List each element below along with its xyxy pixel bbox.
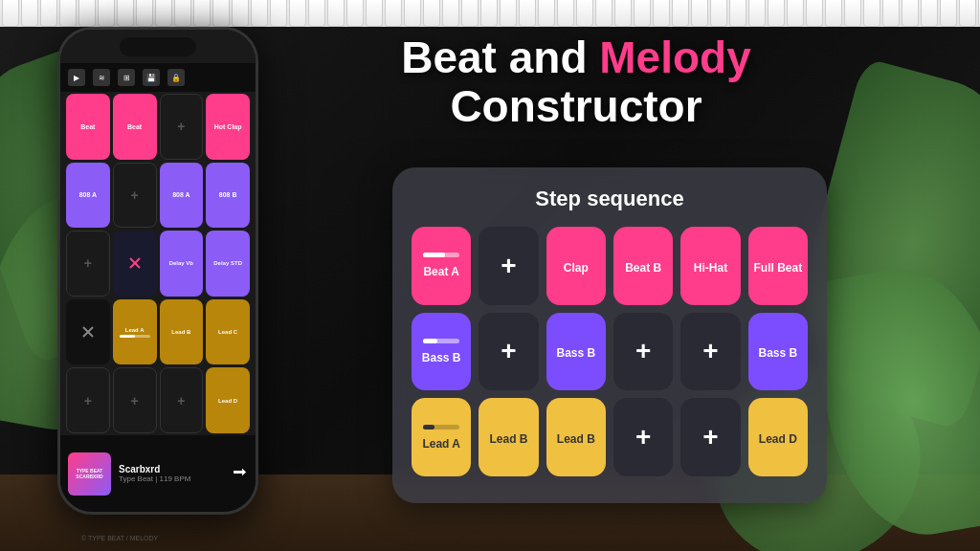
phone-pad-808b[interactable]: 808 B	[206, 163, 250, 229]
phone-track-sub: Type Beat | 119 BPM	[119, 474, 225, 483]
bass-b-slider[interactable]	[423, 339, 458, 343]
bass-b-3-label: Bass B	[758, 346, 797, 360]
lead-a-label: Lead A	[422, 437, 460, 451]
phone-pad-hotclap[interactable]: Hot Clap	[206, 94, 250, 160]
phone-notch	[120, 37, 196, 56]
title-melody: Melody	[599, 33, 750, 82]
step-pad-hi-hat[interactable]: Hi-Hat	[680, 227, 740, 305]
bass-b-2-label: Bass B	[556, 346, 595, 360]
step-pad-add-5[interactable]: +	[613, 398, 673, 476]
phone-track-name: Scarbxrd	[119, 464, 225, 474]
step-sequence-title: Step sequence	[412, 187, 808, 211]
title-line1: Beat and Melody	[364, 33, 789, 82]
phone-pad-plus3[interactable]: +	[66, 231, 110, 297]
step-pad-add-2[interactable]: +	[479, 313, 538, 391]
beat-a-slider[interactable]	[423, 253, 458, 257]
step-pad-bass-b-1[interactable]: Bass B	[412, 313, 471, 391]
phone-pad-plus1[interactable]: +	[160, 94, 204, 160]
lock-button[interactable]: 🔒	[167, 69, 185, 86]
step-pad-add-6[interactable]: +	[680, 398, 740, 476]
phone-pad-plus4[interactable]: +	[66, 367, 110, 433]
step-pad-lead-b-2[interactable]: Lead B	[546, 398, 606, 476]
phone-pad-grid: Beat Beat + Hot Clap 808 A + 808 A 808 B…	[64, 92, 252, 435]
phone-pad-leadc[interactable]: Lead C	[206, 299, 250, 365]
phone-bottom-bar: TYPE BEATSCARBXRD Scarbxrd Type Beat | 1…	[60, 435, 256, 512]
step-pad-add-1[interactable]: +	[479, 227, 538, 305]
phone-pad-808a2[interactable]: 808 A	[160, 163, 204, 229]
phone-pad-leadb1[interactable]: Lead B	[160, 299, 204, 365]
phone-pad-plus5[interactable]: +	[113, 367, 157, 433]
phone-pad-beat1[interactable]: Beat	[66, 94, 110, 160]
lead-b-1-label: Lead B	[489, 432, 527, 446]
phone-pad-delayvb[interactable]: Delay Vb	[160, 231, 204, 297]
step-pad-bass-b-2[interactable]: Bass B	[546, 313, 606, 391]
phone-track-info: Scarbxrd Type Beat | 119 BPM	[119, 464, 225, 483]
beat-a-label: Beat A	[423, 265, 459, 278]
phone-pad-x1[interactable]	[113, 231, 157, 297]
phone-pad-plus6[interactable]: +	[160, 367, 204, 433]
waves-button[interactable]: ≋	[93, 69, 110, 86]
step-pad-add-3[interactable]: +	[613, 313, 673, 391]
play-button[interactable]: ▶	[68, 69, 85, 86]
phone-pad-808a1[interactable]: 808 A	[66, 163, 110, 229]
step-pad-lead-b-1[interactable]: Lead B	[479, 398, 538, 476]
step-pad-lead-a[interactable]: Lead A	[412, 398, 471, 476]
step-pad-full-beat[interactable]: Full Beat	[748, 227, 808, 305]
phone-mockup: ▶ ≋ ⊞ 💾 🔒 Beat Beat + Hot Clap 808 A + 8…	[57, 27, 258, 515]
step-pad-beat-b[interactable]: Beat B	[613, 227, 673, 305]
title-line2: Constructor	[364, 82, 789, 131]
grid-button[interactable]: ⊞	[118, 69, 135, 86]
step-sequence-panel: Step sequence Beat A + Clap Beat B Hi-Ha…	[392, 167, 827, 503]
phone-pad-x2[interactable]	[66, 299, 110, 365]
phone-pad-leadd[interactable]: Lead D	[206, 367, 250, 433]
lead-d-label: Lead D	[759, 432, 797, 446]
title-area: Beat and Melody Constructor	[364, 33, 789, 130]
phone-pad-leada[interactable]: Lead A	[113, 299, 157, 365]
piano-keys	[0, 0, 980, 27]
phone-screen: ▶ ≋ ⊞ 💾 🔒 Beat Beat + Hot Clap 808 A + 8…	[60, 30, 256, 512]
phone-toolbar: ▶ ≋ ⊞ 💾 🔒	[60, 63, 256, 92]
step-pad-clap[interactable]: Clap	[546, 227, 606, 305]
sticker: © TYPE BEAT / MELODY	[81, 535, 158, 541]
save-button[interactable]: 💾	[143, 69, 160, 86]
step-pad-lead-d[interactable]: Lead D	[748, 398, 808, 476]
bass-b-1-label: Bass B	[422, 351, 461, 364]
phone-pad-plus2[interactable]: +	[113, 163, 157, 229]
phone-nav-icon[interactable]: ⮕	[233, 465, 248, 482]
phone-album-art: TYPE BEATSCARBXRD	[68, 452, 111, 496]
full-beat-label: Full Beat	[753, 261, 802, 275]
step-pad-add-4[interactable]: +	[680, 313, 740, 391]
step-grid: Beat A + Clap Beat B Hi-Hat Full Beat Ba…	[412, 227, 808, 476]
beat-b-label: Beat B	[625, 261, 661, 275]
step-pad-bass-b-3[interactable]: Bass B	[748, 313, 808, 391]
lead-a-slider[interactable]	[423, 425, 458, 430]
hi-hat-label: Hi-Hat	[694, 261, 727, 275]
lead-b-2-label: Lead B	[557, 432, 595, 446]
clap-label: Clap	[564, 261, 589, 275]
phone-pad-beat2[interactable]: Beat	[113, 94, 157, 160]
step-pad-beat-a[interactable]: Beat A	[412, 227, 471, 305]
phone-pad-delaystd[interactable]: Delay STD	[206, 231, 250, 297]
